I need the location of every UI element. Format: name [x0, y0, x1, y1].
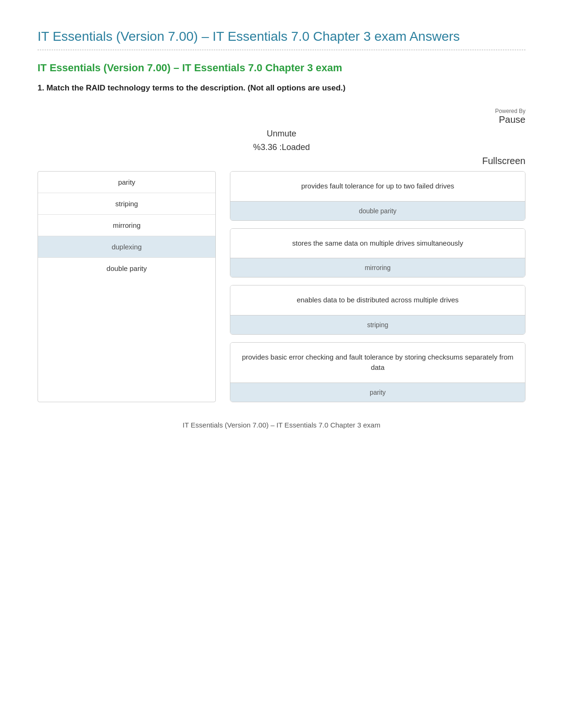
right-match-card: enables data to be distributed across mu…: [230, 285, 525, 335]
unmute-loaded-area: Unmute %3.36 :Loaded: [38, 127, 525, 154]
loaded-label: %3.36 :Loaded: [38, 141, 525, 154]
left-term-item[interactable]: duplexing: [38, 236, 215, 258]
left-term-item[interactable]: mirroring: [38, 215, 215, 236]
card-answer[interactable]: mirroring: [230, 258, 525, 277]
pause-button[interactable]: Pause: [38, 114, 525, 125]
left-term-item[interactable]: parity: [38, 172, 215, 193]
card-answer[interactable]: parity: [230, 383, 525, 402]
right-cards-list: provides fault tolerance for up to two f…: [230, 171, 525, 402]
question-text: 1. Match the RAID technology terms to th…: [38, 83, 525, 94]
title-divider: [38, 50, 525, 50]
card-answer[interactable]: striping: [230, 315, 525, 334]
card-answer[interactable]: double parity: [230, 201, 525, 220]
left-term-item[interactable]: striping: [38, 193, 215, 215]
match-exercise: paritystripingmirroringduplexingdouble p…: [38, 171, 525, 402]
left-terms-list: paritystripingmirroringduplexingdouble p…: [38, 171, 216, 402]
media-controls: Powered By Pause: [38, 108, 525, 125]
card-description: enables data to be distributed across mu…: [230, 285, 525, 315]
card-description: provides fault tolerance for up to two f…: [230, 172, 525, 201]
powered-by-label: Powered By: [38, 108, 525, 114]
footer-text: IT Essentials (Version 7.00) – IT Essent…: [38, 421, 525, 429]
right-match-card: stores the same data on multiple drives …: [230, 228, 525, 278]
card-description: stores the same data on multiple drives …: [230, 229, 525, 258]
card-description: provides basic error checking and fault …: [230, 343, 525, 383]
left-term-item[interactable]: double parity: [38, 258, 215, 279]
page-title: IT Essentials (Version 7.00) – IT Essent…: [38, 28, 525, 45]
section-title: IT Essentials (Version 7.00) – IT Essent…: [38, 61, 525, 75]
unmute-label[interactable]: Unmute: [38, 127, 525, 141]
fullscreen-button[interactable]: Fullscreen: [38, 156, 525, 166]
right-match-card: provides basic error checking and fault …: [230, 342, 525, 402]
right-match-card: provides fault tolerance for up to two f…: [230, 171, 525, 221]
